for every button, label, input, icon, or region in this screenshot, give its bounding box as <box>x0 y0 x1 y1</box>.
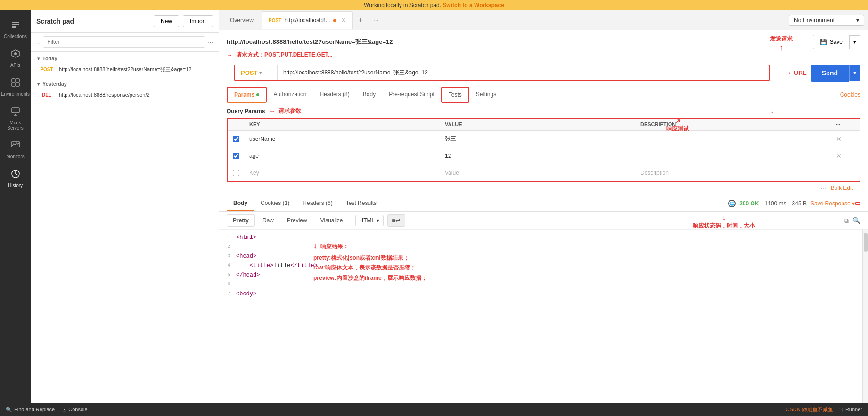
query-params-section: Query Params → 请求参数 ↓ 请求参数 KEY VALUE DES… <box>219 103 868 196</box>
send-caret-button[interactable]: ▾ <box>849 65 860 81</box>
params-value-ph[interactable]: Value <box>440 167 636 179</box>
send-button[interactable]: Send <box>811 65 849 82</box>
find-replace-button[interactable]: 🔍 Find and Replace <box>6 407 55 413</box>
line-content-3: <head> <box>236 253 256 260</box>
tab-add-button[interactable]: + <box>354 14 368 26</box>
params-desc-0[interactable] <box>636 136 831 142</box>
resp-test-annotation: ↓ 请求参数 <box>771 107 774 114</box>
tab-post[interactable]: POST http://localhost:8... ✕ <box>262 11 353 29</box>
bottom-bar-right: CSDN @咸鱼不咸鱼 ↑↓ Runner <box>786 406 862 413</box>
history-item-0[interactable]: POST http://localhost:8888/hello/test2?u… <box>31 63 219 75</box>
params-key-1[interactable]: age <box>245 150 440 162</box>
col-value: VALUE <box>440 122 636 127</box>
sidebar-label-monitors: Monitors <box>6 154 24 159</box>
checkbox-1[interactable] <box>233 153 239 159</box>
format-wrap-button[interactable]: ≡↵ <box>387 214 405 227</box>
save-button[interactable]: 💾 Save <box>813 35 850 49</box>
checkbox-ph[interactable] <box>233 170 239 176</box>
runner-button[interactable]: ↑↓ Runner <box>839 407 862 412</box>
format-tab-visualize[interactable]: Visualize <box>315 215 349 226</box>
switch-workspace-link[interactable]: Switch to a Workspace <box>442 2 504 8</box>
params-key-ph[interactable]: Key <box>245 167 440 179</box>
method-select[interactable]: POST ▾ <box>235 65 278 80</box>
req-tab-headers[interactable]: Headers (8) <box>313 87 356 102</box>
method-badge-post: POST <box>38 67 55 72</box>
req-tab-body[interactable]: Body <box>356 87 382 102</box>
tab-overview[interactable]: Overview <box>223 11 261 29</box>
bulk-edit-more[interactable]: ··· <box>820 184 826 192</box>
format-tab-preview[interactable]: Preview <box>281 215 313 226</box>
cookies-link[interactable]: Cookies <box>840 91 860 98</box>
req-tab-prerequest[interactable]: Pre-request Script <box>382 87 441 102</box>
method-caret: ▾ <box>259 70 262 75</box>
save-response-button[interactable]: Save Response ▾ <box>811 200 855 207</box>
search-icon[interactable]: 🔍 <box>852 217 860 224</box>
sidebar-label-mock-servers: Mock Servers <box>2 120 28 131</box>
save-caret-button[interactable]: ▾ <box>850 35 860 49</box>
url-input[interactable] <box>278 66 769 80</box>
params-desc-1[interactable] <box>636 153 831 159</box>
resp-tab-headers[interactable]: Headers (6) <box>296 196 339 211</box>
send-annotation: 发送请求 ↑ <box>770 35 793 53</box>
line-num-1: 1 <box>219 234 236 240</box>
req-tab-tests[interactable]: Tests <box>441 87 469 103</box>
status-size: 345 B <box>792 200 807 207</box>
format-select[interactable]: HTML ▾ <box>355 215 384 226</box>
new-button[interactable]: New <box>154 15 179 27</box>
history-group-title-yesterday[interactable]: ▾ Yesterday <box>31 79 219 89</box>
scrollbar[interactable] <box>862 230 868 416</box>
params-desc-ph[interactable]: Description <box>636 167 831 179</box>
group-label-yesterday: Yesterday <box>42 81 67 87</box>
params-check-1[interactable] <box>228 153 245 159</box>
sidebar-item-monitors[interactable]: Monitors <box>0 135 31 164</box>
top-bar: Working locally in Scratch pad. Switch t… <box>0 0 868 10</box>
resp-tab-test-results[interactable]: Test Results <box>339 196 383 211</box>
sidebar-item-environments[interactable]: Environments <box>0 73 31 101</box>
params-value-0[interactable]: 张三 <box>440 132 636 146</box>
globe-icon: 🌐 <box>728 200 736 207</box>
query-params-title: Query Params <box>227 108 265 114</box>
panel-header: Scratch pad New Import <box>31 10 219 33</box>
import-button[interactable]: Import <box>183 15 213 27</box>
env-selector[interactable]: No Environment ▾ <box>789 15 864 26</box>
svg-rect-7 <box>12 83 15 86</box>
resp-tab-cookies[interactable]: Cookies (1) <box>254 196 296 211</box>
resp-tab-body[interactable]: Body <box>227 196 254 211</box>
line-num-2: 2 <box>219 244 236 249</box>
sidebar-item-history[interactable]: History <box>0 164 31 193</box>
params-del-1[interactable]: ✕ <box>831 149 860 163</box>
params-value-1[interactable]: 12 <box>440 150 636 162</box>
history-group-title-today[interactable]: ▾ Today <box>31 54 219 63</box>
tab-more-button[interactable]: ··· <box>368 15 384 26</box>
request-url-display: http://localhost:8888/hello/test2?userNa… <box>227 38 393 46</box>
sidebar-label-apis: APIs <box>10 63 20 68</box>
tab-close-icon[interactable]: ✕ <box>341 17 346 24</box>
req-tab-params[interactable]: Params <box>227 87 267 103</box>
status-red-box <box>855 202 860 205</box>
params-check-0[interactable] <box>228 136 245 142</box>
filter-input[interactable] <box>43 36 205 48</box>
req-tab-settings[interactable]: Settings <box>469 87 503 102</box>
line-content-4: <title>Title</title> <box>236 262 318 269</box>
tabs-row: Overview POST http://localhost:8... ✕ + … <box>219 10 868 30</box>
resp-result-arrow: ↓ <box>313 242 317 250</box>
format-tab-pretty[interactable]: Pretty <box>227 214 255 227</box>
params-check-ph[interactable] <box>228 170 245 176</box>
bulk-edit-button[interactable]: Bulk Edit <box>831 185 853 191</box>
sidebar-item-collections[interactable]: Collections <box>0 15 31 44</box>
checkbox-0[interactable] <box>233 136 239 142</box>
sidebar-item-apis[interactable]: APIs <box>0 44 31 73</box>
sidebar-item-mock-servers[interactable]: Mock Servers <box>0 101 31 135</box>
console-button[interactable]: ⊡ Console <box>62 407 87 413</box>
req-tab-auth[interactable]: Authorization <box>267 87 313 102</box>
params-del-0[interactable]: ✕ <box>831 132 860 146</box>
params-key-0[interactable]: userName <box>245 133 440 145</box>
format-tab-raw[interactable]: Raw <box>257 215 279 226</box>
format-raw-label: Raw <box>262 217 274 224</box>
request-tools: Params Authorization Headers (8) Body Pr… <box>219 87 868 103</box>
env-label: No Environment <box>794 17 835 24</box>
copy-icon[interactable]: ⧉ <box>844 217 849 225</box>
line-content-5: </head> <box>236 272 260 278</box>
history-item-1[interactable]: DEL http://localhost:8888/response/perso… <box>31 89 219 101</box>
scrollbar-thumb[interactable] <box>864 233 868 252</box>
